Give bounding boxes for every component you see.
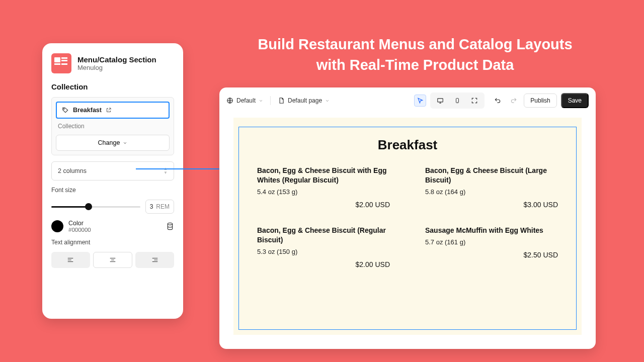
hero-line-1: Build Restaurant Menus and Catalog Layou… bbox=[258, 36, 572, 52]
color-label: Color bbox=[68, 220, 91, 227]
font-size-label: Font size bbox=[51, 187, 174, 194]
collection-section-label: Collection bbox=[51, 82, 174, 91]
menu-item-name: Sausage McMuffin with Egg Whites bbox=[425, 226, 558, 235]
color-swatch[interactable] bbox=[51, 220, 63, 232]
text-align-label: Text alignment bbox=[51, 239, 174, 246]
menu-item-name: Bacon, Egg & Cheese Biscuit (Large Biscu… bbox=[425, 166, 558, 185]
font-size-value-box[interactable]: 3 REM bbox=[145, 200, 174, 214]
menu-section-frame[interactable]: Breakfast Bacon, Egg & Cheese Biscuit wi… bbox=[238, 127, 577, 330]
cursor-icon bbox=[417, 97, 424, 104]
globe-icon bbox=[226, 97, 233, 104]
app-icon bbox=[51, 53, 71, 73]
change-button[interactable]: Change bbox=[56, 135, 170, 151]
mobile-icon bbox=[454, 97, 460, 104]
menu-item-meta: 5.8 oz (164 g) bbox=[425, 188, 558, 196]
publish-label: Publish bbox=[530, 97, 550, 104]
dynamic-source-icon[interactable] bbox=[166, 222, 174, 230]
page-icon bbox=[278, 97, 285, 104]
change-button-label: Change bbox=[98, 139, 120, 146]
undo-button[interactable] bbox=[492, 95, 504, 107]
columns-select[interactable]: 2 columns ▲▼ bbox=[51, 161, 174, 180]
inspector-toggle[interactable] bbox=[414, 95, 426, 107]
svg-rect-3 bbox=[438, 99, 443, 102]
align-left-icon bbox=[67, 256, 74, 263]
align-center-button[interactable] bbox=[93, 252, 133, 268]
font-size-value: 3 bbox=[150, 203, 153, 210]
align-center-icon bbox=[109, 256, 116, 263]
menu-item: Bacon, Egg & Cheese Biscuit with Egg Whi… bbox=[257, 166, 390, 209]
align-right-button[interactable] bbox=[135, 252, 174, 268]
save-button[interactable]: Save bbox=[561, 93, 589, 108]
chevron-down-icon bbox=[123, 141, 127, 145]
desktop-view-button[interactable] bbox=[434, 95, 446, 107]
color-row[interactable]: Color #000000 bbox=[51, 220, 174, 233]
menu-grid: Bacon, Egg & Cheese Biscuit with Egg Whi… bbox=[257, 166, 558, 268]
toolbar-divider bbox=[270, 96, 271, 105]
fullscreen-view-button[interactable] bbox=[468, 95, 480, 107]
menu-item: Bacon, Egg & Cheese Biscuit (Regular Bis… bbox=[257, 226, 390, 268]
fullscreen-icon bbox=[471, 97, 478, 104]
redo-button[interactable] bbox=[508, 95, 520, 107]
collection-selected-name: Breakfast bbox=[73, 107, 102, 114]
redo-icon bbox=[510, 97, 517, 104]
page-dropdown-label: Default page bbox=[288, 97, 322, 104]
menu-item-price: $2.00 USD bbox=[257, 201, 390, 209]
publish-button[interactable]: Publish bbox=[524, 94, 556, 108]
align-right-icon bbox=[151, 256, 158, 263]
menu-item-price: $3.00 USD bbox=[425, 201, 558, 209]
template-dropdown[interactable]: Default bbox=[226, 97, 263, 104]
menu-item-price: $2.00 USD bbox=[257, 260, 390, 268]
color-hex: #000000 bbox=[68, 227, 91, 233]
panel-header: Menu/Catalog Section Menulog bbox=[51, 53, 174, 73]
settings-panel: Menu/Catalog Section Menulog Collection … bbox=[42, 43, 183, 319]
menu-item-meta: 5.4 oz (153 g) bbox=[257, 188, 390, 196]
panel-subtitle: Menulog bbox=[77, 64, 156, 71]
chevron-down-icon bbox=[325, 99, 330, 103]
external-link-icon bbox=[106, 107, 112, 113]
collection-selected-pill[interactable]: Breakfast bbox=[56, 102, 170, 119]
hero-title: Build Restaurant Menus and Catalog Layou… bbox=[216, 34, 614, 75]
device-switcher bbox=[430, 93, 485, 109]
menu-item-meta: 5.7 oz (161 g) bbox=[425, 238, 558, 246]
font-size-slider[interactable] bbox=[51, 202, 140, 212]
mobile-view-button[interactable] bbox=[451, 95, 463, 107]
desktop-icon bbox=[437, 97, 444, 104]
font-size-unit: REM bbox=[156, 203, 170, 210]
editor-toolbar: Default Default page bbox=[219, 87, 596, 114]
menu-item: Sausage McMuffin with Egg Whites 5.7 oz … bbox=[425, 226, 558, 268]
menu-item-name: Bacon, Egg & Cheese Biscuit (Regular Bis… bbox=[257, 226, 390, 245]
canvas-area[interactable]: Breakfast Bacon, Egg & Cheese Biscuit wi… bbox=[233, 118, 582, 335]
undo-icon bbox=[494, 97, 501, 104]
preview-card: Default Default page bbox=[219, 87, 596, 349]
menu-item: Bacon, Egg & Cheese Biscuit (Large Biscu… bbox=[425, 166, 558, 209]
template-dropdown-label: Default bbox=[236, 97, 256, 104]
chevron-down-icon bbox=[259, 99, 263, 103]
page-dropdown[interactable]: Default page bbox=[278, 97, 330, 104]
menu-heading: Breakfast bbox=[257, 137, 558, 153]
collection-field-label: Collection bbox=[56, 123, 170, 130]
columns-label: 2 columns bbox=[58, 167, 87, 174]
svg-point-1 bbox=[168, 223, 172, 225]
align-left-button[interactable] bbox=[51, 252, 90, 268]
hero-line-2: with Real-Time Product Data bbox=[316, 57, 514, 73]
panel-title: Menu/Catalog Section bbox=[77, 55, 156, 64]
menu-item-price: $2.50 USD bbox=[425, 251, 558, 259]
menu-item-name: Bacon, Egg & Cheese Biscuit with Egg Whi… bbox=[257, 166, 390, 185]
menu-item-meta: 5.3 oz (150 g) bbox=[257, 248, 390, 255]
save-label: Save bbox=[568, 97, 582, 104]
svg-point-0 bbox=[63, 109, 64, 110]
collection-block: Breakfast Collection Change bbox=[51, 97, 174, 155]
tag-icon bbox=[62, 107, 69, 114]
